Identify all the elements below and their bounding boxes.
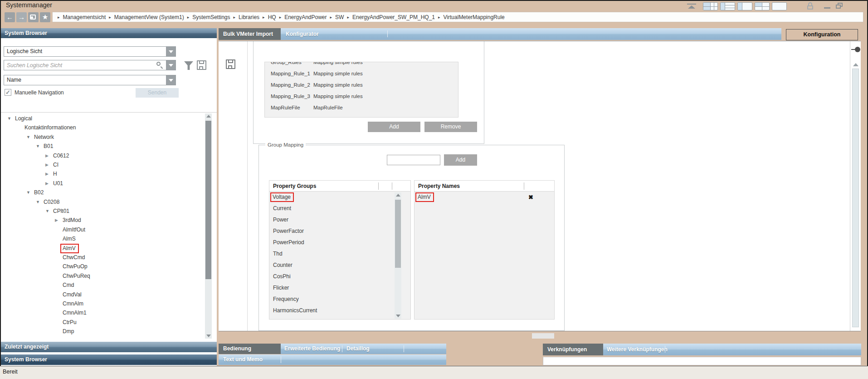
senden-button[interactable]: Senden: [136, 88, 179, 98]
scroll-up-icon[interactable]: [206, 115, 211, 118]
tab-weitere-verknuepfungen[interactable]: Weitere Verknüpfungen: [607, 344, 668, 355]
pin-icon[interactable]: [855, 47, 860, 52]
list-item[interactable]: Frequency: [269, 294, 410, 305]
scrollbar-thumb[interactable]: [395, 200, 401, 268]
tab-konfigurator[interactable]: Konfigurator: [281, 28, 349, 40]
lock-icon[interactable]: [807, 2, 813, 10]
list-item[interactable]: Power: [269, 214, 410, 226]
konfiguration-button[interactable]: Konfiguration: [786, 29, 858, 40]
back-button[interactable]: ←: [5, 12, 15, 22]
tab-erweiterte-bedienung[interactable]: Erweiterte Bedienung: [284, 344, 340, 354]
tree-item[interactable]: ▼Logical: [1, 113, 204, 123]
list-item[interactable]: AlmV✖: [414, 192, 554, 203]
tree-item[interactable]: Dpth: [1, 336, 204, 339]
minimize-button[interactable]: [824, 7, 830, 9]
chevron-down-icon[interactable]: [166, 46, 176, 57]
tab-bedienung[interactable]: Bedienung: [219, 344, 281, 354]
history-button[interactable]: [28, 12, 39, 22]
tree-item[interactable]: CmdVal: [1, 290, 204, 299]
tree-collapse-icon[interactable]: ▼: [26, 133, 34, 142]
table-row[interactable]: Mapping_Rule_2Mapping simple rules: [265, 79, 458, 91]
forward-button[interactable]: →: [16, 12, 27, 22]
recently-viewed-bar[interactable]: Zuletzt angezeigt: [1, 342, 217, 352]
tree-item[interactable]: AlmItfOut: [1, 225, 204, 234]
add-rule-button[interactable]: Add: [368, 122, 420, 132]
scroll-down-icon[interactable]: [206, 335, 211, 337]
list-item[interactable]: CosPhi: [269, 271, 410, 282]
tree-expand-icon[interactable]: ▶: [45, 151, 53, 160]
name-selector-dropdown[interactable]: Name: [4, 75, 176, 85]
list-item[interactable]: Thd: [269, 248, 410, 260]
tree-item[interactable]: ▶U01: [1, 178, 204, 187]
scroll-down-icon[interactable]: [396, 315, 400, 317]
tree-item[interactable]: CtrPu: [1, 317, 204, 326]
table-row[interactable]: Group_RulesMapping simple rules: [265, 62, 458, 68]
tree-collapse-icon[interactable]: ▼: [36, 197, 44, 207]
layout-left-column-rows-icon[interactable]: [720, 2, 735, 10]
scroll-up-icon[interactable]: [853, 63, 858, 66]
tree-scrollbar[interactable]: [205, 113, 212, 339]
tree-expand-icon[interactable]: ▶: [45, 169, 53, 178]
table-row[interactable]: Mapping_Rule_3Mapping simple rules: [265, 91, 458, 102]
tree-item[interactable]: CmnAlm: [1, 299, 204, 308]
breadcrumb-item[interactable]: ManagementView (System1): [114, 14, 184, 20]
rules-table[interactable]: Group_RulesMapping simple rulesMapping_R…: [264, 62, 458, 118]
tree-item[interactable]: Dmp: [1, 326, 204, 335]
view-selector-dropdown[interactable]: Logische Sicht: [4, 46, 176, 57]
add-group-button[interactable]: Add: [444, 154, 477, 166]
manual-navigation-checkbox[interactable]: ✓: [5, 89, 11, 96]
search-input[interactable]: [4, 60, 154, 70]
breadcrumb-item[interactable]: Libraries: [239, 14, 259, 20]
tree-item[interactable]: ChwPuOp: [1, 261, 204, 271]
list-item[interactable]: PowerPeriod: [269, 237, 410, 248]
breadcrumb-item[interactable]: EnergyAndPower_SW_PM_HQ_1: [352, 14, 435, 20]
save-icon[interactable]: [226, 59, 235, 69]
tree-item[interactable]: ▼C0208: [1, 197, 204, 206]
tree-collapse-icon[interactable]: ▼: [45, 207, 53, 216]
chevron-down-icon[interactable]: [166, 75, 176, 85]
system-browser-bar[interactable]: System Browser: [1, 354, 217, 365]
tree-item[interactable]: ▼Network: [1, 132, 204, 141]
tree-item[interactable]: ▼B02: [1, 187, 204, 197]
tree-item[interactable]: Cmd: [1, 280, 204, 289]
table-row[interactable]: MapRuleFileMapRuleFile: [265, 102, 458, 113]
tree-item[interactable]: AlmS: [1, 234, 204, 243]
scrollbar-thumb[interactable]: [852, 69, 859, 327]
breadcrumb-item[interactable]: SW: [335, 14, 344, 20]
save-search-icon[interactable]: [197, 60, 206, 70]
group-mapping-input[interactable]: [387, 155, 440, 165]
tab-text-und-memo[interactable]: Text und Memo: [223, 354, 263, 365]
tree-item[interactable]: ▶CI: [1, 160, 204, 169]
tree-expand-icon[interactable]: ▶: [55, 216, 63, 225]
breadcrumb-item[interactable]: Managementsicht: [63, 14, 106, 20]
tree-item[interactable]: ChwPuReq: [1, 271, 204, 280]
remove-item-icon[interactable]: ✖: [528, 192, 533, 203]
list-item[interactable]: Current: [269, 203, 410, 214]
list-item[interactable]: PowerFactor: [269, 226, 410, 237]
tree-item[interactable]: ▼B01: [1, 141, 204, 150]
breadcrumb-item[interactable]: EnergyAndPower: [284, 14, 327, 20]
breadcrumb-item[interactable]: HQ: [268, 14, 276, 20]
tree-item[interactable]: ▶C0612: [1, 151, 204, 160]
tree-item[interactable]: CmnAlm1: [1, 308, 204, 317]
collapse-panel-icon[interactable]: [686, 4, 698, 9]
layout-grid-icon[interactable]: [703, 2, 718, 10]
layout-single-icon[interactable]: [772, 2, 787, 10]
restore-button[interactable]: [836, 3, 843, 9]
breadcrumb-item[interactable]: VirtualMeterMappingRule: [444, 14, 505, 20]
tree-expand-icon[interactable]: ▶: [45, 179, 53, 188]
tree-collapse-icon[interactable]: ▼: [36, 142, 44, 151]
table-row[interactable]: Mapping_Rule_1Mapping simple rules: [265, 68, 458, 79]
tree-item[interactable]: ChwCmd: [1, 252, 204, 261]
scrollbar-thumb[interactable]: [205, 121, 211, 279]
layout-quad-icon[interactable]: [755, 2, 770, 10]
remove-rule-button[interactable]: Remove: [424, 122, 477, 132]
list-item[interactable]: Counter: [269, 260, 410, 271]
list-item[interactable]: HarmonicsCurrent: [269, 305, 410, 316]
tree-item[interactable]: ▶H: [1, 169, 204, 178]
tree-item[interactable]: AlmV: [1, 243, 204, 252]
splitter-handle[interactable]: [532, 333, 554, 339]
list-item[interactable]: Flicker: [269, 282, 410, 294]
system-browser-header[interactable]: System Browser: [1, 28, 217, 38]
tree-collapse-icon[interactable]: ▼: [26, 188, 34, 197]
